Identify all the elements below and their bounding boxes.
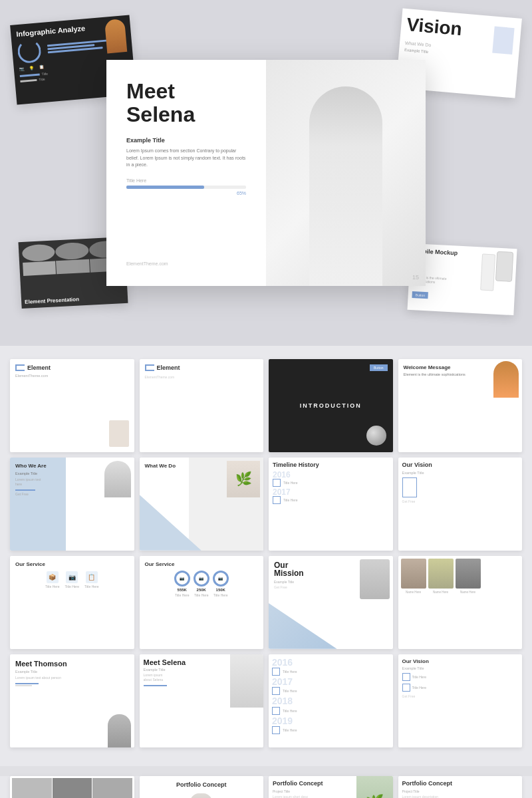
- timeline-box-2: [273, 496, 281, 504]
- portrait-3: [92, 778, 132, 799]
- mission-sub: Get Free: [274, 585, 304, 589]
- thumb-timeline-2[interactable]: 2016 Title Here 2017 Title Here 2018 Tit…: [269, 654, 393, 747]
- main-slide-footer: ElementTheme.com: [126, 261, 246, 266]
- thomson-body: Example Title: [15, 670, 37, 674]
- thomson-title: Meet Thomson: [15, 660, 67, 668]
- stat-1: 555K: [178, 588, 187, 592]
- thumb-intro[interactable]: INTRODUCTION Button: [269, 359, 393, 452]
- vision2-icon-1: [402, 673, 410, 681]
- thumb-meet-selena-2[interactable]: Meet Selena Example Title Lorem ipsum ab…: [140, 654, 264, 747]
- main-slide-example-title: Example Title: [126, 137, 246, 144]
- bottom-row: Portfolio Concept Project Title Lorem ip…: [0, 776, 532, 799]
- thumb-element-logo-2[interactable]: Element ElementTheme.com: [140, 359, 264, 452]
- thumb-element-logo-1[interactable]: Element ElementTheme.com: [10, 359, 134, 452]
- team-photo-2: [428, 559, 454, 589]
- year-2017b: 2017: [272, 677, 293, 687]
- element-logo-icon: [15, 364, 25, 371]
- portfolio2-project: Project Title: [273, 789, 290, 793]
- portfolio3-body: Lorem ipsum description: [402, 795, 438, 799]
- blue-accent-tr: [492, 27, 514, 55]
- year-2016b: 2016: [272, 658, 293, 668]
- vision2-title: Our Vision: [402, 658, 429, 664]
- phone-mockup: [495, 251, 513, 282]
- tl2-text: Title Here: [283, 670, 297, 674]
- intro-text: INTRODUCTION: [300, 402, 362, 409]
- thumb-what-we-do[interactable]: What We Do 🌿: [140, 458, 264, 551]
- main-slide-body: Lorem Ipsum comes from section Contrary …: [126, 148, 246, 169]
- service2-stats: 📷 555K Title Here 📷 250K Title Here 📷 15…: [145, 571, 259, 597]
- vision-footer: Get Free: [402, 499, 416, 503]
- tablet-mockup: [480, 254, 495, 291]
- tl2-row-2016: Title Here: [272, 668, 297, 676]
- portrait-1: [12, 778, 52, 799]
- service1-icons: 📦 Title Here 📷 Title Here 📋 Title Here: [15, 571, 129, 589]
- timeline-box: [273, 479, 281, 487]
- name-3: Name Here: [456, 591, 481, 594]
- tl2-text-4: Title Here: [283, 728, 297, 732]
- section-divider: [0, 766, 532, 776]
- thumb-meet-thomson[interactable]: Meet Thomson Example Title Lorem ipsum t…: [10, 654, 134, 747]
- welcome-body: Element is the ultimate sophistications: [404, 372, 466, 378]
- thumb-our-vision[interactable]: Our Vision Example Title Get Free: [398, 458, 523, 551]
- intro-button[interactable]: Button: [370, 364, 387, 371]
- person-photo-tl: [104, 19, 127, 53]
- main-featured-slide: Meet Selena Example Title Lorem Ipsum co…: [106, 60, 426, 286]
- cup-shape: [190, 793, 213, 799]
- who-person: [104, 461, 131, 497]
- portrait-grid: [12, 778, 132, 799]
- slide-number: 15: [412, 274, 419, 281]
- who-underline: [15, 489, 35, 491]
- thomson-photo: [108, 714, 131, 747]
- vision2-footer: Get Free: [402, 694, 416, 698]
- mission-title: OurMission: [274, 561, 304, 577]
- stat-2: 250K: [197, 588, 206, 592]
- main-slide-left: Meet Selena Example Title Lorem Ipsum co…: [106, 60, 266, 286]
- thumbnails-section: Element ElementTheme.com Element Element…: [0, 346, 532, 766]
- main-slide-right: [266, 60, 426, 286]
- slide-button[interactable]: Button: [412, 291, 428, 299]
- who-title: Who We Are: [15, 463, 49, 469]
- thumb-our-service-2[interactable]: Our Service 📷 555K Title Here 📷 250K Tit…: [140, 556, 264, 649]
- thumb-welcome[interactable]: Welcome Message Element is the ultimate …: [398, 359, 523, 452]
- thumb-row-3: Our Service 📦 Title Here 📷 Title Here 📋 …: [10, 556, 522, 649]
- element-pres-label: Element Presentation: [25, 297, 79, 305]
- thumb-row-2: Who We Are Example Title Lorem ipsum tex…: [10, 458, 522, 551]
- hero-section: Infographic Analyze 📷 💡 📋 Title Title: [0, 0, 532, 346]
- portfolio2-body: Lorem ipsum short desc: [273, 795, 336, 799]
- thumb-our-mission[interactable]: OurMission Example Title Get Free: [269, 556, 393, 649]
- who-body: Example Title: [15, 471, 49, 475]
- thumb-our-vision-2[interactable]: Our Vision Example Title Title Here Titl…: [398, 654, 523, 747]
- thumb-timeline[interactable]: Timeline History 2016 Title Here 2017 Ti…: [269, 458, 393, 551]
- service1-title: Our Service: [15, 561, 45, 567]
- vision-body: Example Title: [402, 471, 424, 475]
- thumb-portfolio-3[interactable]: Portfolio Concept Project Title Lorem ip…: [398, 776, 523, 799]
- team-names: Name Here Name Here Name Here: [401, 591, 481, 594]
- progress-label: 65%: [126, 191, 246, 196]
- thomson-bar-2: [15, 685, 32, 686]
- intro-sphere: [366, 426, 386, 446]
- thumb-book-icon: [109, 420, 129, 447]
- thumb-portrait-grid[interactable]: [10, 776, 134, 799]
- timeline-row-2016: Title Here: [273, 479, 298, 487]
- thumb-our-service-1[interactable]: Our Service 📦 Title Here 📷 Title Here 📋 …: [10, 556, 134, 649]
- year-2018b: 2018: [272, 696, 293, 706]
- portrait-2: [53, 778, 92, 799]
- year-2016: 2016: [273, 471, 291, 479]
- thumb-who-we-are[interactable]: Who We Are Example Title Lorem ipsum tex…: [10, 458, 134, 551]
- stat-label-3: Title Here: [213, 593, 228, 597]
- thumb-portfolio-2[interactable]: Portfolio Concept Project Title Lorem ip…: [269, 776, 393, 799]
- tl2-row-2018: Title Here: [272, 707, 297, 715]
- selena2-body: Example Title: [144, 668, 186, 672]
- element-icon-2: [145, 364, 154, 371]
- name-1: Name Here: [401, 591, 426, 594]
- thumb-portfolio-1[interactable]: Portfolio Concept Project Title Lorem ip…: [140, 776, 264, 799]
- vision2-icon-2: [402, 684, 410, 692]
- progress-bar-container: [126, 186, 246, 189]
- element-logo: Element: [15, 364, 51, 371]
- thumb-team[interactable]: Name Here Name Here Name Here: [398, 556, 523, 649]
- thomson-bar: [15, 683, 39, 684]
- year-2019b: 2019: [272, 716, 293, 726]
- selena2-bar: [144, 685, 167, 686]
- timeline-title: Timeline History: [273, 462, 319, 468]
- element-logo-text: Element: [27, 364, 51, 371]
